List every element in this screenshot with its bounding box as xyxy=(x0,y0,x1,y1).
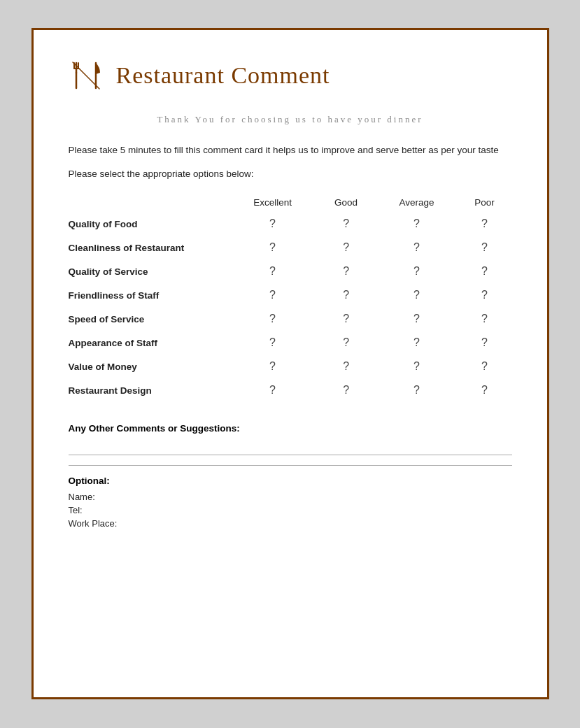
header: Restaurant Comment xyxy=(69,58,512,93)
row-poor[interactable]: ? xyxy=(457,331,511,355)
row-label: Value of Money xyxy=(69,355,229,378)
row-good[interactable]: ? xyxy=(316,378,376,402)
thank-you-text: Thank You for choosing us to have your d… xyxy=(69,113,512,127)
row-poor[interactable]: ? xyxy=(457,378,511,402)
row-excellent[interactable]: ? xyxy=(229,236,316,259)
row-label: Cleanliness of Restaurant xyxy=(69,236,229,259)
row-average[interactable]: ? xyxy=(376,355,458,378)
table-row: Friendliness of Staff ? ? ? ? xyxy=(69,283,512,307)
col-average: Average xyxy=(376,193,458,212)
optional-title: Optional: xyxy=(69,476,512,486)
comment-line-1 xyxy=(69,455,512,455)
page-title: Restaurant Comment xyxy=(116,62,330,89)
row-excellent[interactable]: ? xyxy=(229,331,316,355)
row-good[interactable]: ? xyxy=(316,307,376,331)
row-poor[interactable]: ? xyxy=(457,236,511,259)
comments-label: Any Other Comments or Suggestions: xyxy=(69,423,512,434)
table-row: Cleanliness of Restaurant ? ? ? ? xyxy=(69,236,512,259)
row-average[interactable]: ? xyxy=(376,212,458,236)
row-poor[interactable]: ? xyxy=(457,283,511,307)
col-label xyxy=(69,193,229,212)
row-good[interactable]: ? xyxy=(316,259,376,283)
instructions-text: Please select the appropriate options be… xyxy=(69,169,512,179)
row-average[interactable]: ? xyxy=(376,236,458,259)
row-average[interactable]: ? xyxy=(376,307,458,331)
row-poor[interactable]: ? xyxy=(457,307,511,331)
row-label: Speed of Service xyxy=(69,307,229,331)
col-good: Good xyxy=(316,193,376,212)
col-poor: Poor xyxy=(457,193,511,212)
optional-field: Name: xyxy=(69,492,512,502)
row-average[interactable]: ? xyxy=(376,259,458,283)
comments-section: Any Other Comments or Suggestions: xyxy=(69,423,512,466)
table-row: Quality of Service ? ? ? ? xyxy=(69,259,512,283)
row-excellent[interactable]: ? xyxy=(229,212,316,236)
optional-field: Work Place: xyxy=(69,518,512,529)
row-excellent[interactable]: ? xyxy=(229,307,316,331)
table-row: Quality of Food ? ? ? ? xyxy=(69,212,512,236)
row-poor[interactable]: ? xyxy=(457,259,511,283)
table-row: Appearance of Staff ? ? ? ? xyxy=(69,331,512,355)
row-good[interactable]: ? xyxy=(316,212,376,236)
row-poor[interactable]: ? xyxy=(457,355,511,378)
rating-table: Excellent Good Average Poor Quality of F… xyxy=(69,193,512,402)
row-excellent[interactable]: ? xyxy=(229,259,316,283)
row-average[interactable]: ? xyxy=(376,283,458,307)
row-good[interactable]: ? xyxy=(316,283,376,307)
table-row: Value of Money ? ? ? ? xyxy=(69,355,512,378)
row-label: Quality of Food xyxy=(69,212,229,236)
comment-line-2 xyxy=(69,465,512,466)
row-average[interactable]: ? xyxy=(376,331,458,355)
col-excellent: Excellent xyxy=(229,193,316,212)
row-label: Friendliness of Staff xyxy=(69,283,229,307)
description-text: Please take 5 minutes to fill this comme… xyxy=(69,143,512,158)
row-poor[interactable]: ? xyxy=(457,212,511,236)
row-excellent[interactable]: ? xyxy=(229,283,316,307)
row-label: Quality of Service xyxy=(69,259,229,283)
row-average[interactable]: ? xyxy=(376,378,458,402)
table-row: Restaurant Design ? ? ? ? xyxy=(69,378,512,402)
row-good[interactable]: ? xyxy=(316,236,376,259)
row-label: Appearance of Staff xyxy=(69,331,229,355)
row-good[interactable]: ? xyxy=(316,331,376,355)
page-container: Restaurant Comment Thank You for choosin… xyxy=(31,28,549,699)
row-excellent[interactable]: ? xyxy=(229,355,316,378)
table-row: Speed of Service ? ? ? ? xyxy=(69,307,512,331)
optional-field: Tel: xyxy=(69,505,512,515)
row-label: Restaurant Design xyxy=(69,378,229,402)
row-good[interactable]: ? xyxy=(316,355,376,378)
row-excellent[interactable]: ? xyxy=(229,378,316,402)
restaurant-icon xyxy=(69,58,104,93)
optional-section: Optional: Name:Tel:Work Place: xyxy=(69,476,512,529)
